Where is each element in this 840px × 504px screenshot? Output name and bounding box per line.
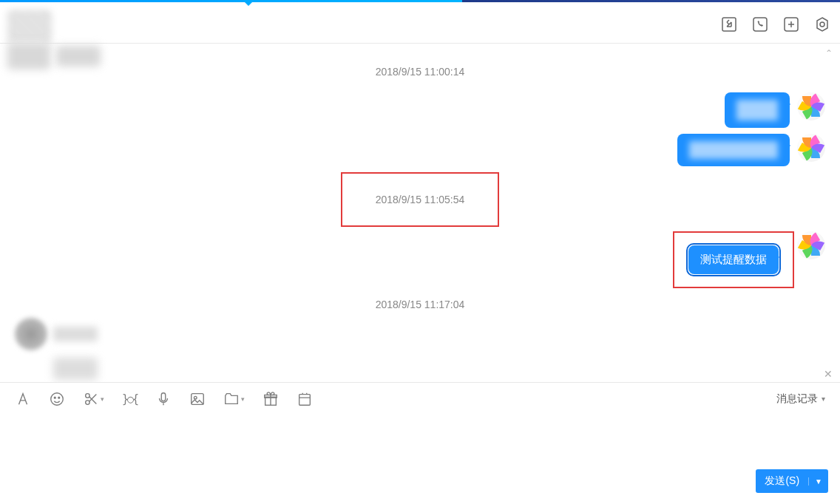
message-timestamp: 2018/9/15 11:17:04 bbox=[15, 299, 825, 310]
shake-window-icon[interactable]: }○{ bbox=[122, 392, 138, 406]
pinwheel-icon bbox=[797, 134, 825, 162]
settings-icon[interactable] bbox=[813, 16, 831, 33]
emoji-icon[interactable] bbox=[49, 391, 65, 407]
image-icon[interactable] bbox=[189, 391, 206, 407]
outgoing-bubble: 测试提醒数据 bbox=[688, 245, 779, 274]
blurred-block bbox=[7, 43, 50, 69]
sender-avatar[interactable] bbox=[797, 231, 825, 259]
blurred-block bbox=[56, 46, 101, 67]
header-actions bbox=[720, 16, 831, 33]
calendar-icon[interactable] bbox=[297, 391, 313, 407]
pinwheel-icon bbox=[797, 231, 825, 259]
dropdown-caret-icon: ▾ bbox=[822, 395, 825, 403]
voice-message-icon[interactable] bbox=[155, 391, 172, 407]
gift-icon[interactable] bbox=[262, 391, 279, 407]
history-label: 消息记录 bbox=[776, 392, 818, 406]
incoming-nick-blurred bbox=[53, 327, 98, 341]
dropdown-caret-icon: ▾ bbox=[241, 395, 245, 403]
svg-rect-9 bbox=[161, 392, 166, 401]
svg-rect-14 bbox=[299, 394, 311, 405]
add-app-icon[interactable] bbox=[782, 16, 800, 33]
svg-point-5 bbox=[54, 397, 55, 398]
pinwheel-icon bbox=[797, 92, 825, 120]
chat-messages[interactable]: ⌃ 2018/9/15 11:00:14 2018/9/15 11:05:54 … bbox=[0, 44, 840, 382]
screenshot-tool[interactable]: ▾ bbox=[83, 391, 104, 407]
remote-assist-icon[interactable] bbox=[720, 16, 738, 33]
sender-avatar[interactable] bbox=[797, 92, 825, 120]
message-timestamp: 2018/9/15 11:05:54 bbox=[376, 194, 465, 205]
folder-icon bbox=[223, 391, 240, 407]
outgoing-message-row bbox=[15, 92, 825, 128]
contact-info bbox=[7, 10, 52, 43]
contact-avatar-blurred bbox=[7, 10, 52, 43]
send-dropdown-caret-icon[interactable]: ▼ bbox=[808, 477, 828, 486]
outgoing-message-row: 测试提醒数据 bbox=[15, 231, 825, 288]
svg-point-4 bbox=[51, 392, 64, 405]
collapse-down-icon[interactable]: ✕ bbox=[824, 368, 833, 380]
dropdown-caret-icon: ▾ bbox=[101, 395, 104, 403]
send-button[interactable]: 发送(S) ▼ bbox=[756, 469, 828, 493]
sender-avatar[interactable] bbox=[797, 134, 825, 162]
contact-name-overlay bbox=[7, 43, 101, 69]
incoming-avatar-blurred bbox=[15, 318, 47, 350]
outgoing-message-row bbox=[15, 134, 825, 166]
editor-toolbar: ▾ }○{ ▾ 消息记录 ▾ bbox=[0, 382, 840, 415]
incoming-message-group bbox=[15, 318, 825, 382]
message-input[interactable] bbox=[0, 415, 840, 466]
message-timestamp: 2018/9/15 11:00:14 bbox=[15, 66, 825, 78]
phone-call-icon[interactable] bbox=[751, 16, 769, 33]
message-input-area: 发送(S) ▼ bbox=[0, 415, 840, 503]
highlighted-timestamp-frame: 2018/9/15 11:05:54 bbox=[341, 172, 499, 227]
outgoing-bubble-blurred bbox=[677, 134, 790, 166]
font-icon[interactable] bbox=[15, 391, 31, 407]
chat-header bbox=[0, 2, 840, 44]
svg-point-6 bbox=[58, 397, 60, 398]
send-label: 发送(S) bbox=[756, 474, 808, 488]
file-tool[interactable]: ▾ bbox=[223, 391, 245, 407]
highlighted-message-frame: 测试提醒数据 bbox=[673, 231, 794, 288]
collapse-up-icon[interactable]: ⌃ bbox=[825, 48, 833, 58]
svg-point-11 bbox=[194, 396, 197, 399]
blurred-content bbox=[53, 358, 98, 380]
outgoing-bubble-blurred bbox=[725, 92, 790, 128]
scissors-icon bbox=[83, 391, 99, 407]
message-history-link[interactable]: 消息记录 ▾ bbox=[776, 392, 825, 406]
svg-point-3 bbox=[820, 22, 824, 27]
